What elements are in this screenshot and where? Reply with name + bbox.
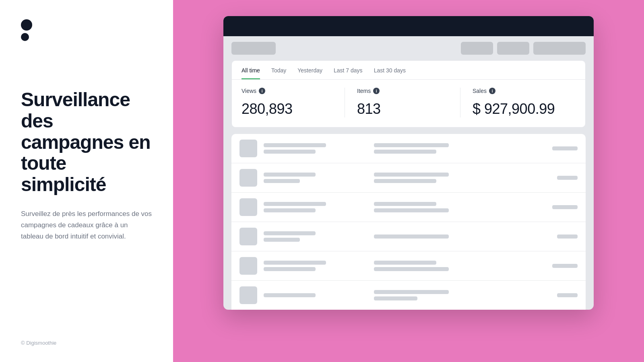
list-col-1 xyxy=(264,202,367,212)
items-info-icon[interactable]: i xyxy=(373,88,380,94)
headline: Surveillance des campagnes en toute simp… xyxy=(21,89,152,195)
skeleton-line xyxy=(374,208,449,212)
skeleton-line xyxy=(374,290,449,294)
list-col-3 xyxy=(505,146,578,150)
skeleton-line xyxy=(374,173,449,177)
stat-items: Items i 813 xyxy=(345,88,460,117)
skeleton-line xyxy=(557,176,578,180)
stat-views: Views i 280,893 xyxy=(242,88,345,117)
logo-dot-bottom xyxy=(21,33,29,41)
list-thumbnail xyxy=(239,257,257,275)
skeleton-line xyxy=(552,205,578,209)
list-row[interactable] xyxy=(231,163,586,193)
list-row[interactable] xyxy=(231,134,586,163)
logo-dot-top xyxy=(21,19,32,31)
skeleton-line xyxy=(374,143,449,147)
toolbar-left xyxy=(231,42,276,55)
subtext: Surveillez de près les performances de v… xyxy=(21,208,152,242)
skeleton-line xyxy=(264,293,316,297)
list-col-3 xyxy=(505,293,578,297)
right-panel: All time Today Yesterday Last 7 days Las… xyxy=(173,0,644,362)
list-col-2 xyxy=(374,143,499,154)
skeleton-line xyxy=(264,261,326,265)
app-topbar xyxy=(223,16,594,36)
skeleton-line xyxy=(264,202,326,206)
tab-today[interactable]: Today xyxy=(271,67,286,79)
skeleton-line xyxy=(264,238,300,242)
stat-items-value: 813 xyxy=(357,101,448,117)
skeleton-line xyxy=(557,234,578,239)
tab-all-time[interactable]: All time xyxy=(242,67,260,79)
skeleton-line xyxy=(264,173,316,177)
stat-items-label: Items i xyxy=(357,88,448,94)
stat-views-label: Views i xyxy=(242,88,332,94)
stat-sales: Sales i $ 927,900.99 xyxy=(460,88,576,117)
skeleton-line xyxy=(557,293,578,297)
skeleton-line xyxy=(374,202,436,206)
skeleton-line xyxy=(374,150,436,154)
skeleton-line xyxy=(264,208,316,212)
stat-sales-label: Sales i xyxy=(473,88,564,94)
list-col-1 xyxy=(264,293,367,297)
list-col-1 xyxy=(264,143,367,154)
stat-sales-value: $ 927,900.99 xyxy=(473,101,564,117)
list-col-2 xyxy=(374,234,499,239)
list-col-3 xyxy=(505,264,578,268)
list-col-1 xyxy=(264,261,367,271)
toolbar-skeleton-btn-1 xyxy=(231,42,276,55)
tab-yesterday[interactable]: Yesterday xyxy=(297,67,322,79)
list-col-3 xyxy=(505,205,578,209)
list-row[interactable] xyxy=(231,222,586,251)
views-info-icon[interactable]: i xyxy=(259,88,265,94)
list-col-2 xyxy=(374,261,499,271)
list-col-1 xyxy=(264,173,367,183)
list-thumbnail xyxy=(239,140,257,157)
stats-card: All time Today Yesterday Last 7 days Las… xyxy=(231,60,586,128)
tab-last7[interactable]: Last 7 days xyxy=(334,67,363,79)
list-thumbnail xyxy=(239,286,257,304)
app-toolbar xyxy=(223,36,594,60)
skeleton-line xyxy=(264,150,316,154)
list-col-2 xyxy=(374,173,499,183)
toolbar-skeleton-btn-4 xyxy=(533,42,586,55)
tabs-row: All time Today Yesterday Last 7 days Las… xyxy=(232,61,585,80)
left-panel: Surveillance des campagnes en toute simp… xyxy=(0,0,173,362)
copyright: © Digismoothie xyxy=(21,340,56,346)
list-row[interactable] xyxy=(231,281,586,310)
skeleton-line xyxy=(374,179,436,183)
skeleton-line xyxy=(374,234,449,239)
skeleton-line xyxy=(552,146,578,150)
list-thumbnail xyxy=(239,169,257,187)
skeleton-line xyxy=(264,231,316,235)
list-section xyxy=(231,134,586,310)
tab-last30[interactable]: Last 30 days xyxy=(374,67,406,79)
skeleton-line xyxy=(374,296,417,300)
skeleton-line xyxy=(552,264,578,268)
toolbar-skeleton-btn-2 xyxy=(461,42,493,55)
app-window: All time Today Yesterday Last 7 days Las… xyxy=(223,16,594,310)
stat-views-value: 280,893 xyxy=(242,101,332,117)
skeleton-line xyxy=(374,261,436,265)
list-col-3 xyxy=(505,176,578,180)
skeleton-line xyxy=(264,179,300,183)
toolbar-skeleton-btn-3 xyxy=(497,42,529,55)
list-thumbnail xyxy=(239,228,257,245)
sales-info-icon[interactable]: i xyxy=(489,88,495,94)
list-row[interactable] xyxy=(231,251,586,281)
list-col-3 xyxy=(505,234,578,239)
toolbar-right xyxy=(461,42,586,55)
skeleton-line xyxy=(264,143,326,147)
logo xyxy=(21,19,152,41)
list-row[interactable] xyxy=(231,193,586,222)
list-thumbnail xyxy=(239,198,257,216)
skeleton-line xyxy=(374,267,449,271)
stats-row: Views i 280,893 Items i 813 Sales i xyxy=(232,80,585,127)
list-col-2 xyxy=(374,202,499,212)
skeleton-line xyxy=(264,267,316,271)
list-col-1 xyxy=(264,231,367,242)
list-col-2 xyxy=(374,290,499,300)
